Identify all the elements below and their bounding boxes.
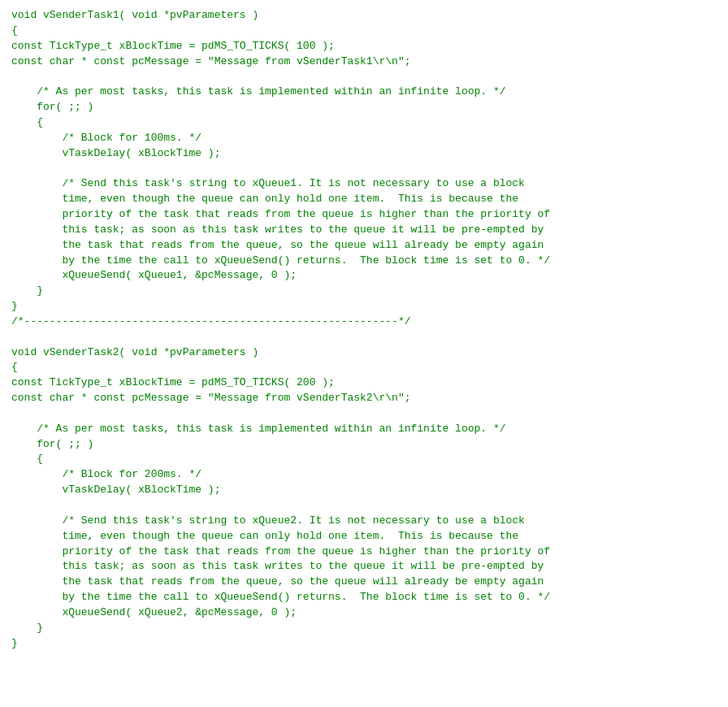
code-line: { [11, 452, 717, 467]
code-line: by the time the call to xQueueSend() ret… [11, 590, 717, 605]
code-line: } [11, 284, 717, 299]
code-line: /*--------------------------------------… [11, 314, 717, 330]
code-line: } [11, 621, 717, 636]
code-line: time, even though the queue can only hol… [11, 529, 717, 544]
code-line: { [11, 24, 717, 39]
code-line: const TickType_t xBlockTime = pdMS_TO_TI… [11, 39, 717, 54]
code-line: for( ;; ) [11, 100, 717, 115]
code-line: for( ;; ) [11, 437, 717, 453]
code-line: priority of the task that reads from the… [11, 207, 717, 223]
code-line: { [11, 360, 717, 375]
code-line: /* Block for 200ms. */ [11, 467, 717, 483]
code-line: this task; as soon as this task writes t… [11, 559, 717, 575]
code-line [11, 651, 717, 666]
code-line: void vSenderTask1( void *pvParameters ) [11, 8, 717, 24]
code-line: priority of the task that reads from the… [11, 544, 717, 560]
code-line [11, 498, 717, 514]
code-line: /* Block for 100ms. */ [11, 131, 717, 146]
code-line: vTaskDelay( xBlockTime ); [11, 146, 717, 162]
code-line: /* As per most tasks, this task is imple… [11, 422, 717, 437]
code-line: const char * const pcMessage = "Message … [11, 391, 717, 406]
code-line: the task that reads from the queue, so t… [11, 575, 717, 590]
code-line: const char * const pcMessage = "Message … [11, 54, 717, 70]
code-line: vTaskDelay( xBlockTime ); [11, 483, 717, 498]
code-line: time, even though the queue can only hol… [11, 192, 717, 207]
code-line: } [11, 299, 717, 314]
code-line: /* Send this task's string to xQueue1. I… [11, 176, 717, 192]
code-line: xQueueSend( xQueue1, &pcMessage, 0 ); [11, 268, 717, 284]
code-line: { [11, 115, 717, 131]
code-line [11, 406, 717, 422]
code-line: } [11, 636, 717, 652]
code-line [11, 161, 717, 176]
code-line: void vSenderTask2( void *pvParameters ) [11, 345, 717, 361]
code-line: /* Send this task's string to xQueue2. I… [11, 514, 717, 529]
code-container: void vSenderTask1( void *pvParameters ){… [11, 8, 717, 666]
code-line: const TickType_t xBlockTime = pdMS_TO_TI… [11, 375, 717, 391]
code-line: /* As per most tasks, this task is imple… [11, 85, 717, 100]
code-line [11, 330, 717, 345]
code-line: the task that reads from the queue, so t… [11, 238, 717, 254]
code-line: this task; as soon as this task writes t… [11, 223, 717, 238]
code-line [11, 69, 717, 85]
code-line: xQueueSend( xQueue2, &pcMessage, 0 ); [11, 605, 717, 621]
code-line: by the time the call to xQueueSend() ret… [11, 254, 717, 269]
